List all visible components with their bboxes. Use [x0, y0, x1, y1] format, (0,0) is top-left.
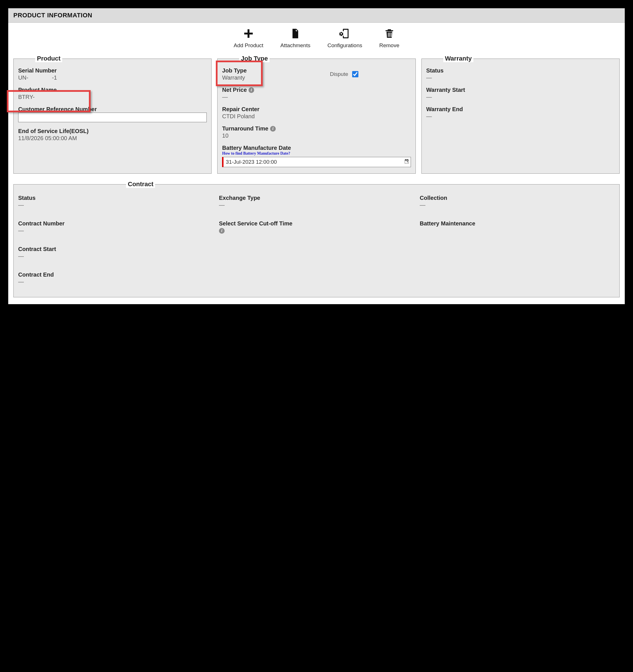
warranty-end-label: Warranty End [426, 106, 615, 113]
product-panel: Product Serial Number UN- -1 Product Nam… [14, 55, 211, 174]
dispute-label: Dispute [330, 71, 348, 77]
turnaround-time-value: 10 [222, 133, 411, 139]
battery-date-input[interactable] [222, 157, 411, 167]
contract-legend: Contract [126, 181, 155, 188]
warranty-panel: Warranty Status — Warranty Start — Warra… [422, 55, 619, 174]
contract-panel: Contract Status — Exchange Type — Collec… [14, 181, 619, 297]
gear-device-icon [339, 28, 350, 41]
serial-number-value: UN- -1 [18, 74, 207, 81]
repair-center-value: CTDI Poland [222, 113, 411, 120]
info-icon[interactable]: i [270, 126, 276, 131]
product-name-value: BTRY- [18, 94, 207, 100]
job-type-label: Job Type [222, 67, 326, 74]
warranty-status-value: — [426, 74, 615, 81]
job-type-panel: Job Type Job Type Warranty Dispute Net P… [217, 55, 415, 174]
page-title: PRODUCT INFORMATION [8, 8, 625, 23]
warranty-legend: Warranty [443, 55, 474, 62]
toolbar: Add Product Attachments Configurations R… [8, 23, 625, 55]
contract-status-value: — [18, 202, 213, 208]
collection-label: Collection [420, 195, 615, 201]
battery-maintenance-label: Battery Maintenance [420, 220, 615, 227]
collection-value: — [420, 202, 615, 208]
battery-date-help-link[interactable]: How to find Battery Manufacture Date? [222, 151, 411, 156]
attachments-button[interactable]: Attachments [280, 28, 310, 49]
document-icon [290, 28, 301, 41]
contract-end-label: Contract End [18, 271, 213, 278]
configurations-button[interactable]: Configurations [327, 28, 362, 49]
warranty-status-label: Status [426, 67, 615, 74]
product-legend: Product [35, 55, 62, 62]
service-cutoff-label: Select Service Cut-off Time [219, 220, 414, 227]
info-icon[interactable]: i [219, 228, 225, 234]
eosl-value: 11/8/2026 05:00:00 AM [18, 135, 207, 142]
battery-manufacture-date-label: Battery Manufacture Date [222, 145, 411, 151]
trash-icon [384, 28, 395, 41]
contract-number-label: Contract Number [18, 220, 213, 227]
turnaround-time-label: Turnaround Time i [222, 125, 411, 132]
contract-number-value: — [18, 227, 213, 234]
customer-reference-number-label: Customer Reference Number [18, 106, 207, 113]
warranty-start-label: Warranty Start [426, 87, 615, 93]
attachments-label: Attachments [280, 42, 310, 49]
calendar-icon[interactable] [404, 159, 409, 165]
battery-date-field[interactable] [226, 159, 404, 165]
product-information-frame: PRODUCT INFORMATION Add Product Attachme… [8, 8, 625, 305]
eosl-label: End of Service Life(EOSL) [18, 128, 207, 135]
customer-reference-number-input[interactable] [18, 113, 207, 122]
contract-status-label: Status [18, 195, 213, 201]
remove-button[interactable]: Remove [379, 28, 399, 49]
contract-start-label: Contract Start [18, 246, 213, 253]
plus-icon [243, 28, 254, 41]
serial-number-label: Serial Number [18, 67, 207, 74]
info-icon[interactable]: i [249, 87, 254, 93]
configurations-label: Configurations [327, 42, 362, 49]
job-type-legend: Job Type [239, 55, 270, 62]
exchange-type-label: Exchange Type [219, 195, 414, 201]
net-price-value: — [222, 94, 411, 100]
net-price-label: Net Price i [222, 87, 411, 93]
repair-center-label: Repair Center [222, 106, 411, 113]
warranty-start-value: — [426, 94, 615, 100]
job-type-value: Warranty [222, 74, 326, 81]
add-product-label: Add Product [234, 42, 263, 49]
dispute-checkbox[interactable] [352, 71, 358, 77]
warranty-end-value: — [426, 113, 615, 120]
contract-start-value: — [18, 253, 213, 260]
product-name-label: Product Name [18, 87, 207, 93]
exchange-type-value: — [219, 202, 414, 208]
remove-label: Remove [379, 42, 399, 49]
add-product-button[interactable]: Add Product [234, 28, 263, 49]
contract-end-value: — [18, 279, 213, 285]
